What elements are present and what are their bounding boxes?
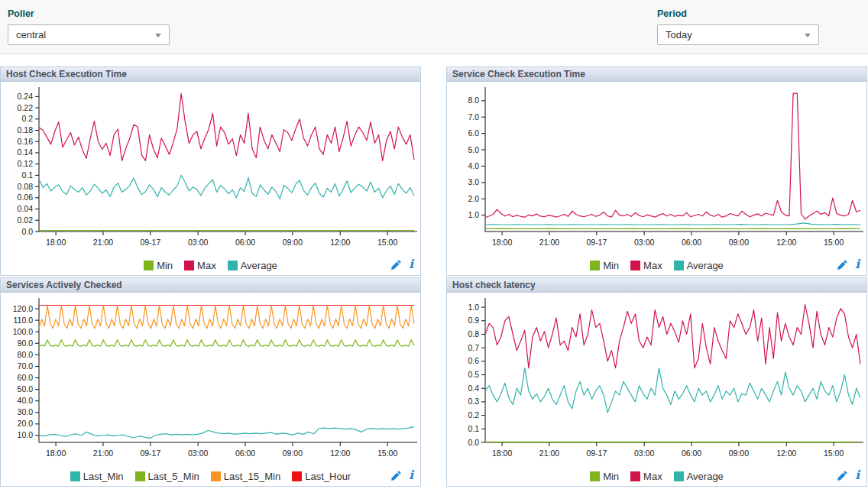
x-tick-label: 12:00 xyxy=(330,449,350,458)
y-tick-label: 0.8 xyxy=(468,329,479,338)
graph-actions: i xyxy=(390,257,413,270)
y-tick-label: 8.0 xyxy=(468,96,479,105)
y-tick-label: 0.0 xyxy=(21,227,33,236)
x-tick-label: 15:00 xyxy=(377,238,397,247)
y-tick-label: 5.0 xyxy=(468,145,479,154)
y-tick-label: 0.2 xyxy=(21,114,33,123)
period-select[interactable]: Today xyxy=(657,24,819,45)
edit-graph-icon[interactable] xyxy=(837,259,848,270)
info-icon[interactable]: i xyxy=(409,469,413,481)
legend-label: Last_5_Min xyxy=(148,471,199,482)
x-tick-label: 09:00 xyxy=(283,449,303,458)
legend-swatch-last-15-min xyxy=(211,471,221,481)
poller-label: Poller xyxy=(8,8,170,19)
legend-label: Min xyxy=(157,260,173,271)
legend-item-min: Min xyxy=(144,260,173,271)
y-tick-label: 120.0 xyxy=(13,304,33,313)
x-tick-label: 09:00 xyxy=(283,238,303,247)
y-tick-label: 40.0 xyxy=(18,396,34,405)
panel-title: Service Check Execution Time xyxy=(447,67,866,82)
x-tick-label: 21:00 xyxy=(539,449,559,458)
x-tick-label: 18:00 xyxy=(46,238,66,247)
period-label: Period xyxy=(657,8,819,19)
chart-axes xyxy=(39,87,417,232)
panel-title: Host Check Execution Time xyxy=(1,67,420,82)
legend-row: MinMaxAveragei xyxy=(447,467,866,486)
poller-select[interactable]: central xyxy=(8,24,170,45)
legend-item-max: Max xyxy=(630,471,662,482)
y-tick-label: 70.0 xyxy=(18,361,34,371)
y-tick-label: 1.0 xyxy=(468,303,479,312)
legend-label: Max xyxy=(643,260,662,271)
info-icon[interactable]: i xyxy=(855,258,860,270)
legend-item-min: Min xyxy=(590,471,619,482)
y-tick-label: 0.2 xyxy=(468,410,479,419)
y-tick-label: 0.5 xyxy=(468,370,479,379)
x-tick-label: 12:00 xyxy=(330,238,350,247)
edit-graph-icon[interactable] xyxy=(390,470,402,481)
x-tick-label: 18:00 xyxy=(492,449,512,458)
y-tick-label: 110.0 xyxy=(14,316,34,325)
period-selected-value: Today xyxy=(666,29,692,40)
x-tick-label: 18:00 xyxy=(492,238,512,247)
y-tick-label: 0.6 xyxy=(468,356,479,365)
y-tick-label: 0.18 xyxy=(18,125,34,134)
legend-item-last-15-min: Last_15_Min xyxy=(211,471,280,482)
legend-swatch-average xyxy=(674,261,684,270)
chart-axes xyxy=(485,87,863,232)
legend-swatch-average xyxy=(674,471,684,481)
panel-host-check-execution-time: Host Check Execution Time0.00.020.040.06… xyxy=(0,66,421,276)
x-tick-label: 21:00 xyxy=(93,238,113,247)
series-line-max xyxy=(39,94,414,161)
info-icon[interactable]: i xyxy=(409,258,413,270)
y-tick-label: 0.24 xyxy=(18,92,34,101)
y-tick-label: 0.02 xyxy=(18,215,34,225)
y-tick-label: 10.0 xyxy=(18,430,34,439)
legend-item-last-5-min: Last_5_Min xyxy=(135,471,199,482)
y-tick-label: 20.0 xyxy=(18,419,34,428)
y-tick-label: 0.12 xyxy=(18,159,34,168)
series-line-average xyxy=(485,368,860,413)
charts-grid: Host Check Execution Time0.00.020.040.06… xyxy=(0,66,868,487)
legend-swatch-max xyxy=(184,261,194,270)
x-tick-label: 09-17 xyxy=(586,238,607,247)
poller-filter: Poller central xyxy=(8,8,170,45)
y-tick-label: 0.14 xyxy=(18,147,34,157)
x-tick-label: 15:00 xyxy=(824,449,844,458)
y-tick-label: 0.7 xyxy=(468,343,479,352)
filter-bar: Poller central Period Today xyxy=(0,0,868,54)
chart-host-check-latency: 0.00.10.20.30.40.50.60.70.80.91.018:0021… xyxy=(447,294,866,467)
y-tick-label: 6.0 xyxy=(468,128,479,138)
info-icon[interactable]: i xyxy=(855,469,860,481)
x-tick-label: 09-17 xyxy=(140,238,160,247)
legend-item-max: Max xyxy=(630,260,662,271)
x-tick-label: 03:00 xyxy=(634,238,654,247)
x-tick-label: 09-17 xyxy=(140,449,160,458)
legend-label: Min xyxy=(603,471,619,482)
legend-label: Max xyxy=(197,260,216,271)
x-tick-label: 12:00 xyxy=(776,238,796,247)
legend-label: Last_15_Min xyxy=(224,471,280,482)
legend-swatch-last-hour xyxy=(292,471,302,481)
series-line-last-5-min xyxy=(39,340,414,346)
edit-graph-icon[interactable] xyxy=(390,259,402,270)
x-tick-label: 03:00 xyxy=(188,238,208,247)
chart-services-actively-checked: 10.020.030.040.050.060.070.080.090.0100.… xyxy=(1,294,420,467)
y-tick-label: 0.0 xyxy=(468,438,479,447)
y-tick-label: 3.0 xyxy=(468,177,479,186)
legend-item-last-hour: Last_Hour xyxy=(292,471,351,482)
legend-row: MinMaxAveragei xyxy=(1,256,420,275)
edit-graph-icon[interactable] xyxy=(837,470,848,481)
legend-swatch-min xyxy=(144,261,154,270)
x-tick-label: 21:00 xyxy=(539,238,559,247)
period-filter: Period Today xyxy=(657,8,819,45)
legend-swatch-last-5-min xyxy=(135,471,145,481)
graph-actions: i xyxy=(837,257,860,270)
x-tick-label: 09:00 xyxy=(729,449,749,458)
legend-item-average: Average xyxy=(228,260,277,271)
y-tick-label: 0.4 xyxy=(468,384,479,393)
series-line-average xyxy=(485,223,860,225)
x-tick-label: 12:00 xyxy=(776,449,796,458)
y-tick-label: 0.04 xyxy=(18,204,34,213)
x-tick-label: 06:00 xyxy=(235,449,255,458)
